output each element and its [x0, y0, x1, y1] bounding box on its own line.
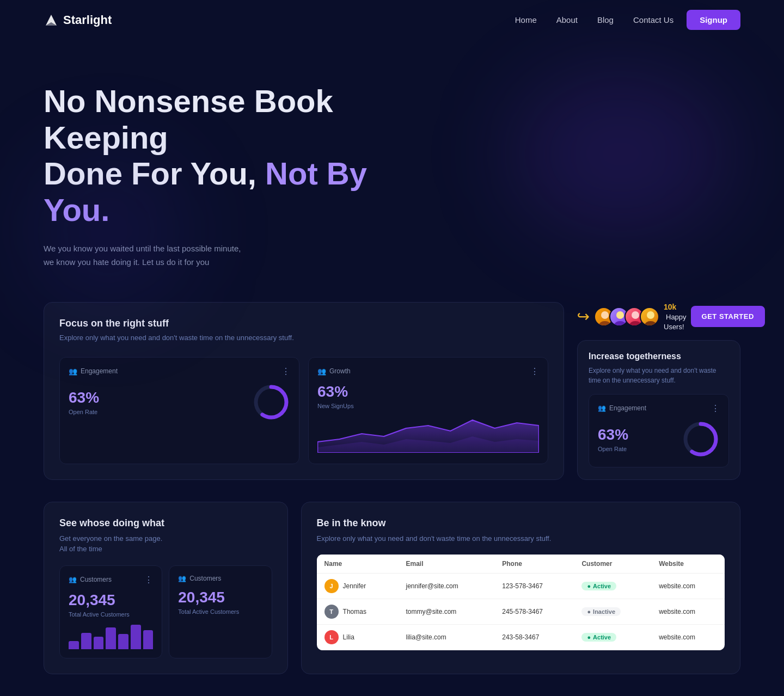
customers-1-menu[interactable]: ⋮: [144, 575, 153, 585]
togetherness-donut-info: 63% Open Rate: [598, 426, 682, 452]
col-phone: Phone: [494, 555, 574, 574]
customers-row: 👥 Customers ⋮ 20,345 Total Active Custom…: [59, 565, 272, 658]
engagement-title-row: 👥 Engagement: [69, 367, 118, 375]
togetherness-donut-container: 63% Open Rate: [598, 420, 720, 458]
nav-about[interactable]: About: [556, 15, 578, 24]
table-row: J Jennifer jennifer@site.com 123-578-346…: [317, 574, 725, 599]
donut-info: 63% Open Rate: [69, 389, 252, 415]
togetherness-donut-chart: [682, 420, 720, 458]
know-title: Be in the know: [317, 518, 725, 529]
svg-point-11: [645, 321, 657, 327]
row-1-name: J Jennifer: [317, 574, 399, 599]
table-body: J Jennifer jennifer@site.com 123-578-346…: [317, 574, 725, 650]
focus-card-subtitle: Explore only what you need and don't was…: [59, 334, 548, 342]
nav-contact[interactable]: Contact Us: [633, 15, 673, 24]
customers-1-title: Customers: [80, 576, 112, 583]
row-3-email: lilia@site.com: [398, 625, 494, 650]
growth-title: Growth: [329, 367, 351, 375]
svg-point-9: [629, 321, 641, 327]
table-row: L Lilia lilia@site.com 243-58-3467 ● Act…: [317, 625, 725, 650]
svg-point-6: [616, 311, 624, 319]
arrow-back-icon: ↩: [577, 307, 590, 325]
know-subtitle: Explore only what you need and don't was…: [317, 533, 725, 544]
customers-2-value: 20,345: [178, 589, 262, 606]
bar-7: [143, 630, 154, 649]
customers-2-label: Total Active Customers: [178, 608, 262, 615]
togetherness-card: Increase togetherness Explore only what …: [577, 340, 740, 480]
table-header-row: Name Email Phone Customer Website: [317, 555, 725, 574]
row-3-website: website.com: [651, 625, 725, 650]
logo-icon: [44, 13, 59, 28]
whose-subtitle: Get everyone on the same page. All of th…: [59, 533, 272, 555]
signup-button[interactable]: Signup: [687, 10, 740, 30]
customers-2-title: Customers: [189, 575, 221, 582]
nav-home[interactable]: Home: [515, 15, 537, 24]
customers-card-1: 👥 Customers ⋮ 20,345 Total Active Custom…: [59, 565, 162, 658]
hero-dot: .: [101, 192, 109, 227]
customers-table: Name Email Phone Customer Website J Jenn…: [317, 555, 725, 650]
user-avatars: [594, 307, 659, 327]
get-started-button[interactable]: GET STARTED: [691, 306, 765, 327]
logo-text: Starlight: [63, 13, 112, 27]
customers-1-people-icon: 👥: [69, 576, 77, 583]
customers-1-label: Total Active Customers: [69, 611, 153, 618]
svg-point-8: [632, 311, 639, 319]
hero-section: No Nonsense Book Keeping Done For You, N…: [0, 40, 784, 291]
togetherness-engagement-title: Engagement: [609, 404, 646, 412]
navbar: Starlight Home About Blog Contact Us Sig…: [0, 0, 784, 40]
focus-card: Focus on the right stuff Explore only wh…: [44, 302, 564, 480]
customers-2-people-icon: 👥: [178, 575, 186, 582]
customers-1-title-row: 👥 Customers: [69, 576, 112, 583]
togetherness-engagement-card: 👥 Engagement ⋮ 63% Open Rate: [589, 394, 729, 467]
dashboard-section: Focus on the right stuff Explore only wh…: [0, 291, 784, 502]
row-1-status: ● Active: [574, 574, 651, 599]
growth-mini-card: 👥 Growth ⋮ 63% New SignUps: [308, 357, 548, 464]
row-2-phone: 245-578-3467: [494, 599, 574, 625]
nav-blog[interactable]: Blog: [597, 15, 614, 24]
bar-5: [118, 634, 128, 649]
focus-card-title: Focus on the right stuff: [59, 318, 548, 329]
row-1-website: website.com: [651, 574, 725, 599]
nav-links-container: Home About Blog Contact Us Signup: [515, 10, 740, 30]
hero-subtitle: We you know you waited until the last po…: [44, 242, 250, 269]
whose-title: See whose doing what: [59, 518, 272, 529]
col-name: Name: [317, 555, 399, 574]
table-row: T Thomas tommy@site.com 245-578-3467 ● I…: [317, 599, 725, 625]
customers-2-header: 👥 Customers: [178, 575, 262, 582]
col-website: Website: [651, 555, 725, 574]
growth-title-row: 👥 Growth: [317, 367, 351, 375]
happy-count: 10k: [664, 303, 676, 311]
table-head: Name Email Phone Customer Website: [317, 555, 725, 574]
togetherness-title: Increase togetherness: [589, 352, 729, 361]
know-card: Be in the know Explore only what you nee…: [301, 502, 740, 674]
happy-users-label: 10k Happy Users!: [664, 302, 687, 331]
logo[interactable]: Starlight: [44, 13, 112, 28]
row-2-name: T Thomas: [317, 599, 399, 625]
svg-point-10: [647, 311, 654, 319]
togetherness-engagement-header: 👥 Engagement ⋮: [598, 403, 720, 414]
togetherness-menu[interactable]: ⋮: [711, 403, 720, 414]
donut-chart: [252, 383, 290, 421]
engagement-header: 👥 Engagement ⋮: [69, 366, 290, 377]
svg-point-4: [601, 311, 609, 319]
bar-3: [94, 637, 104, 649]
bar-6: [131, 625, 141, 649]
row-2-email: tommy@site.com: [398, 599, 494, 625]
right-column: ↩ 10k Happy Users! GET STARTED: [577, 302, 740, 480]
togetherness-engagement-title-row: 👥 Engagement: [598, 404, 646, 412]
bar-2: [81, 633, 91, 649]
togetherness-subtitle: Explore only what you need and don't was…: [589, 366, 729, 385]
engagement-menu[interactable]: ⋮: [281, 366, 290, 377]
customers-card-2: 👥 Customers 20,345 Total Active Customer…: [169, 565, 272, 658]
mountain-chart: [317, 409, 539, 453]
col-customer: Customer: [574, 555, 651, 574]
row-1-email: jennifer@site.com: [398, 574, 494, 599]
svg-point-7: [614, 321, 626, 327]
growth-menu[interactable]: ⋮: [530, 366, 539, 377]
row-3-phone: 243-58-3467: [494, 625, 574, 650]
row-1-phone: 123-578-3467: [494, 574, 574, 599]
row-3-name: L Lilia: [317, 625, 399, 650]
row-2-website: website.com: [651, 599, 725, 625]
growth-people-icon: 👥: [317, 367, 326, 375]
row-2-status: ● Inactive: [574, 599, 651, 625]
